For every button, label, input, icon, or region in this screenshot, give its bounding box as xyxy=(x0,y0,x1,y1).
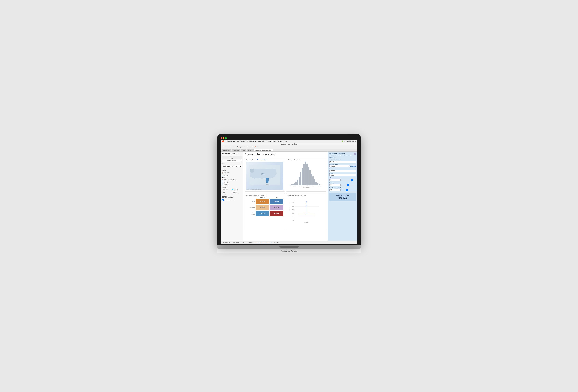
status-bar: Data Source TableCalc Prep Sheet 3 Einst… xyxy=(221,241,357,244)
menu-data[interactable]: Data xyxy=(237,140,240,142)
age-label: Age xyxy=(329,177,356,178)
map-title-highlight: Focus Analysis xyxy=(257,159,268,161)
show-dashboard-checkbox[interactable] xyxy=(222,199,224,201)
sheet-sheet8[interactable]: 📄 Sheet 8 xyxy=(222,182,242,183)
settings-button[interactable]: ⚙ xyxy=(257,146,259,148)
status-tab-prep[interactable]: Prep xyxy=(241,242,246,243)
obj-webpage[interactable]: 🌐Web Page xyxy=(232,189,242,190)
revenue-slider[interactable] xyxy=(341,185,357,185)
redo-button[interactable]: ↪ xyxy=(232,146,235,148)
undo-button[interactable]: ↩ xyxy=(229,146,232,148)
time-input[interactable] xyxy=(329,189,340,191)
app-name: Tableau xyxy=(226,140,232,142)
pred-close-button[interactable]: ✕ xyxy=(354,153,356,155)
tiled-float-row: Tiled Floating xyxy=(222,196,242,198)
tab-sheet3[interactable]: Sheet 3 xyxy=(246,149,254,151)
menu-file[interactable]: File xyxy=(233,140,236,142)
map-credit: © 2021 Mapbox © OpenStreetMap xyxy=(247,189,262,190)
show-labels-button[interactable]: Σ xyxy=(251,146,253,148)
back-button[interactable]: ← xyxy=(222,146,224,148)
hist-bar-12 xyxy=(308,167,309,185)
customer-status-select[interactable]: EXISTING xyxy=(329,165,350,167)
status-add-icon[interactable]: ⊕ ⊕ ⊕ xyxy=(274,241,279,243)
menu-worksheet[interactable]: Worksheet xyxy=(241,140,248,142)
print-button[interactable]: 🖨 xyxy=(239,146,242,148)
status-tab-einstein[interactable]: Einstein Prediction Dashbo... xyxy=(254,241,273,243)
corr-cells-social: 0.0314 -0.0696 xyxy=(256,211,283,217)
menu-server[interactable]: Server xyxy=(272,140,276,142)
sidebar-tabs: Dashboard Layout ✕ xyxy=(222,153,242,155)
sheet-map-icon: 🗺 xyxy=(222,177,223,178)
tab-tablecalc[interactable]: TableCalc xyxy=(232,149,240,151)
default-phone-box: Default Phone xyxy=(222,156,242,159)
menu-help[interactable]: Help xyxy=(284,140,287,142)
maximize-button-icon[interactable] xyxy=(225,137,227,139)
pause-button[interactable]: ⏸ xyxy=(243,146,246,148)
floating-button[interactable]: Floating xyxy=(227,196,234,198)
minimize-button-icon[interactable] xyxy=(223,137,224,139)
sidebar-size-section: Size Custom size (1400 × 800) xyxy=(222,163,242,168)
menu-format[interactable]: Format xyxy=(266,140,271,142)
predicted-income-result: Predicted Income: 100,646 xyxy=(329,193,356,201)
age-slider[interactable] xyxy=(341,180,357,180)
obj-extension[interactable]: ⚡Extension xyxy=(232,193,242,195)
status-tab-tablecalc[interactable]: TableCalc xyxy=(232,242,240,243)
status-tab-sheet3[interactable]: Sheet 3 xyxy=(247,242,253,243)
laptop-screen: 🍎 Tableau File Data Worksheet Dashboard … xyxy=(217,134,361,245)
time-slider[interactable] xyxy=(341,190,357,190)
corr-col-existing: EXISTING xyxy=(256,197,269,198)
menu-window[interactable]: Window xyxy=(277,140,283,142)
menu-dashboard[interactable]: Dashboard xyxy=(249,140,256,142)
sheets-title: Sheets xyxy=(222,170,242,171)
sheet-sheet7[interactable]: 📄 Sheet 7 xyxy=(222,184,242,185)
sidebar-close-icon[interactable]: ✕ xyxy=(237,153,238,155)
size-select[interactable]: Custom size (1400 × 800) xyxy=(222,165,242,167)
sheet-sheet7-label: Sheet 7 xyxy=(224,184,228,185)
forward-button[interactable]: → xyxy=(225,146,227,148)
save-button[interactable]: 💾 xyxy=(236,146,239,148)
obj-vertical[interactable]: ‖Vertical xyxy=(222,190,232,191)
svg-text:Florida: Florida xyxy=(266,184,269,185)
customer-status-label: Customer Status xyxy=(329,164,356,165)
sidebar-tab-layout[interactable]: Layout xyxy=(231,153,237,155)
tab-einstein-dashboard[interactable]: Einstein Prediction Dashbo... xyxy=(254,149,273,151)
corr-label-paid-search: Paid Search xyxy=(246,207,256,208)
device-preview-button[interactable]: Device Preview xyxy=(222,160,242,162)
obj-text[interactable]: AText xyxy=(222,192,232,193)
close-button-icon[interactable] xyxy=(221,137,222,139)
sheet-tablecalc[interactable]: 📊 TableCalc xyxy=(222,172,242,173)
state-select[interactable]: California xyxy=(329,170,356,172)
menu-map[interactable]: Map xyxy=(262,140,265,142)
tab-data-source[interactable]: Data Source xyxy=(222,149,232,151)
sheet-map[interactable]: 🗺 Map xyxy=(222,177,242,178)
obj-button[interactable]: ⊙Button xyxy=(232,192,242,193)
fix-axes-button[interactable]: 📌 xyxy=(254,146,256,148)
obj-image[interactable]: 🖼Image xyxy=(222,193,232,195)
tab-prep[interactable]: Prep xyxy=(241,149,246,151)
menu-story[interactable]: Story xyxy=(257,140,261,142)
corr-label-social: Social Network xyxy=(246,213,256,215)
revenue-chart-box: Revenue Distribution xyxy=(286,158,326,192)
gender-label: Gender xyxy=(329,173,356,174)
acq-channel-select[interactable]: Social Network xyxy=(329,161,356,163)
refresh-button[interactable]: ⟳ xyxy=(246,146,249,148)
svg-point-24 xyxy=(306,202,306,202)
existing-badge: EXISTING xyxy=(350,166,356,167)
svg-text:110K: 110K xyxy=(292,209,294,210)
sidebar-tab-dashboard[interactable]: Dashboard xyxy=(222,153,230,155)
sheet-sheet6[interactable]: 📄 Sheet 6 xyxy=(222,180,242,182)
tiled-button[interactable]: Tiled xyxy=(222,196,227,198)
obj-horizontal[interactable]: ≡Horizontal xyxy=(222,189,232,190)
obj-blank[interactable]: □Blank xyxy=(232,190,242,191)
corr-row-mobile: Mobile -0.0244 0.0211 xyxy=(246,199,283,204)
gender-select[interactable]: Female xyxy=(329,174,356,176)
sheet-sheet3[interactable]: 📄 Sheet 3 xyxy=(222,175,242,176)
sheet-income-revenue[interactable]: 📈 Income to Revenue ... xyxy=(222,179,242,180)
sheet-prep[interactable]: 📋 Prep xyxy=(222,173,242,175)
svg-point-27 xyxy=(306,205,307,206)
age-input[interactable] xyxy=(329,179,340,181)
revenue-input[interactable] xyxy=(329,184,340,186)
status-tab-datasource[interactable]: Data Source xyxy=(222,242,231,243)
map-area[interactable]: United States Florida © 2021 Mapbox © Op… xyxy=(246,162,283,190)
predicted-income-result-value: 100,646 xyxy=(331,197,354,199)
